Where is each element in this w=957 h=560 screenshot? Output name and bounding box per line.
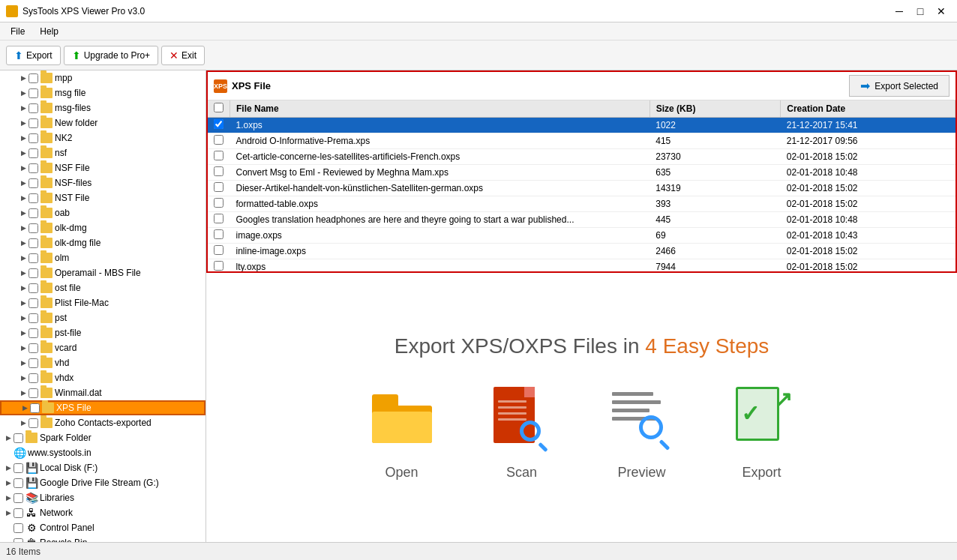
tree-item-checkbox[interactable]	[28, 73, 38, 83]
tree-item[interactable]: ▶vhd	[0, 355, 206, 370]
upgrade-button[interactable]: ⬆ Upgrade to Pro+	[64, 46, 158, 65]
tree-item[interactable]: ▶📚Libraries	[0, 490, 206, 505]
maximize-button[interactable]: □	[910, 4, 930, 19]
col-header-check[interactable]	[208, 100, 230, 118]
tree-item-checkbox[interactable]	[28, 133, 38, 143]
tree-item[interactable]: ▶oab	[0, 205, 206, 220]
tree-expander[interactable]: ▶	[3, 463, 14, 473]
tree-item-checkbox[interactable]	[28, 358, 38, 368]
file-row-checkbox[interactable]	[214, 166, 224, 176]
tree-expander[interactable]: ▶	[18, 163, 28, 173]
tree-item[interactable]: ▶NST File	[0, 190, 206, 205]
tree-item[interactable]: ▶NK2	[0, 130, 206, 145]
tree-item[interactable]: ▶pst	[0, 310, 206, 325]
tree-item-checkbox[interactable]	[14, 493, 23, 503]
tree-item-checkbox[interactable]	[28, 163, 38, 173]
tree-item[interactable]: ▶vhdx	[0, 370, 206, 385]
tree-expander[interactable]: ▶	[3, 433, 14, 443]
tree-expander[interactable]	[3, 523, 14, 533]
tree-item-checkbox[interactable]	[28, 253, 38, 263]
tree-expander[interactable]: ▶	[18, 373, 28, 383]
tree-expander[interactable]: ▶	[20, 403, 30, 413]
tree-expander[interactable]: ▶	[18, 193, 28, 203]
table-row[interactable]: 1.oxps102221-12-2017 15:41	[208, 118, 956, 133]
menu-file[interactable]: File	[3, 25, 32, 38]
tree-item[interactable]: ▶Zoho Contacts-exported	[0, 415, 206, 430]
export-selected-button[interactable]: ➡ Export Selected	[849, 75, 950, 97]
tree-item-checkbox[interactable]	[28, 313, 38, 323]
tree-item-checkbox[interactable]	[28, 298, 38, 308]
tree-expander[interactable]: ▶	[18, 283, 28, 293]
tree-expander[interactable]: ▶	[18, 208, 28, 218]
tree-item[interactable]: ▶olk-dmg file	[0, 235, 206, 250]
tree-item-checkbox[interactable]	[28, 238, 38, 248]
file-row-checkbox[interactable]	[214, 182, 224, 192]
tree-item-checkbox[interactable]	[28, 373, 38, 383]
tree-item-checkbox[interactable]	[28, 103, 38, 113]
exit-button[interactable]: ✕ Exit	[161, 46, 205, 65]
tree-item-checkbox[interactable]	[30, 403, 40, 413]
table-row[interactable]: image.oxps6902-01-2018 10:43	[208, 228, 956, 244]
tree-item-checkbox[interactable]	[28, 148, 38, 158]
tree-expander[interactable]	[3, 448, 14, 458]
tree-item-checkbox[interactable]	[28, 268, 38, 278]
file-table-container[interactable]: File Name Size (KB) Creation Date 1.oxps…	[208, 100, 956, 271]
tree-expander[interactable]: ▶	[18, 313, 28, 323]
tree-item-checkbox[interactable]	[28, 118, 38, 128]
tree-item[interactable]: ▶olm	[0, 250, 206, 265]
tree-item-checkbox[interactable]	[28, 343, 38, 353]
tree-item-checkbox[interactable]	[28, 223, 38, 233]
tree-item[interactable]: ▶vcard	[0, 340, 206, 355]
tree-expander[interactable]: ▶	[18, 73, 28, 83]
tree-item[interactable]: ▶mpp	[0, 70, 206, 85]
tree-item[interactable]: ▶nsf	[0, 145, 206, 160]
tree-item[interactable]: ▶Operamail - MBS File	[0, 265, 206, 280]
tree-expander[interactable]	[3, 538, 14, 542]
tree-item[interactable]: ▶💾Local Disk (F:)	[0, 460, 206, 475]
file-row-checkbox[interactable]	[214, 119, 224, 129]
tree-item[interactable]: ▶New folder	[0, 115, 206, 130]
tree-item[interactable]: ▶💾Google Drive File Stream (G:)	[0, 475, 206, 490]
col-header-size[interactable]: Size (KB)	[650, 100, 781, 118]
tree-expander[interactable]: ▶	[18, 358, 28, 368]
col-header-name[interactable]: File Name	[230, 100, 650, 118]
tree-item-checkbox[interactable]	[28, 418, 38, 428]
file-row-checkbox[interactable]	[214, 245, 224, 255]
tree-item[interactable]: ▶XPS File	[0, 400, 206, 415]
tree-item[interactable]: ▶msg file	[0, 85, 206, 100]
tree-expander[interactable]: ▶	[18, 118, 28, 128]
tree-item[interactable]: ▶msg-files	[0, 100, 206, 115]
tree-item[interactable]: ▶pst-file	[0, 325, 206, 340]
file-row-checkbox[interactable]	[214, 229, 224, 239]
file-row-checkbox[interactable]	[214, 198, 224, 208]
tree-item[interactable]: ▶Plist File-Mac	[0, 295, 206, 310]
tree-item-checkbox[interactable]	[14, 523, 23, 533]
tree-item-checkbox[interactable]	[14, 433, 23, 443]
table-row[interactable]: inline-image.oxps246602-01-2018 15:02	[208, 244, 956, 259]
tree-item-checkbox[interactable]	[28, 88, 38, 98]
tree-expander[interactable]: ▶	[18, 223, 28, 233]
table-row[interactable]: Dieser-Artikel-handelt-von-künstlichen-S…	[208, 181, 956, 196]
tree-expander[interactable]: ▶	[18, 268, 28, 278]
file-row-checkbox[interactable]	[214, 151, 224, 160]
table-row[interactable]: Android O-Informative-Prema.xps41521-12-…	[208, 133, 956, 149]
tree-item-checkbox[interactable]	[28, 193, 38, 203]
tree-item-checkbox[interactable]	[14, 463, 23, 473]
tree-item[interactable]: ▶olk-dmg	[0, 220, 206, 235]
tree-expander[interactable]: ▶	[18, 328, 28, 338]
tree-item-checkbox[interactable]	[14, 508, 23, 518]
tree-item-checkbox[interactable]	[28, 388, 38, 398]
tree-expander[interactable]: ▶	[18, 88, 28, 98]
tree-item[interactable]: ⚙Control Panel	[0, 520, 206, 535]
tree-item[interactable]: ▶Spark Folder	[0, 430, 206, 445]
tree-item[interactable]: ▶NSF File	[0, 160, 206, 175]
tree-expander[interactable]: ▶	[3, 508, 14, 518]
tree-item[interactable]: ▶Winmail.dat	[0, 385, 206, 400]
minimize-button[interactable]: ─	[890, 4, 909, 19]
tree-item-checkbox[interactable]	[28, 208, 38, 218]
tree-expander[interactable]: ▶	[18, 418, 28, 428]
tree-item-checkbox[interactable]	[28, 178, 38, 188]
col-header-date[interactable]: Creation Date	[781, 100, 956, 118]
file-row-checkbox[interactable]	[214, 214, 224, 223]
tree-item[interactable]: ▶🖧Network	[0, 505, 206, 520]
